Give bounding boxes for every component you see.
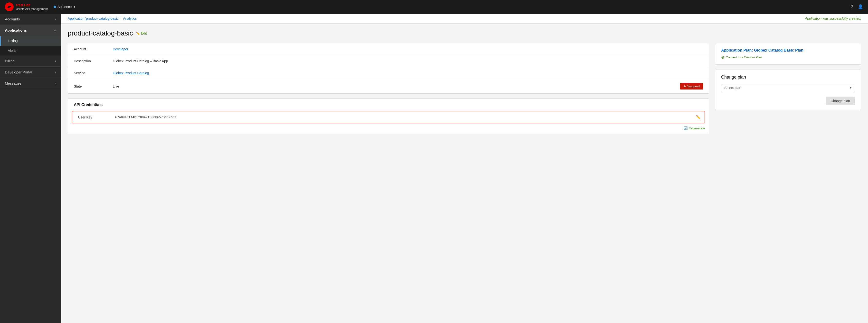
service-value: Globex Product Catalog	[113, 71, 703, 75]
sidebar-item-billing[interactable]: Billing ›	[0, 56, 61, 67]
regenerate-row: 🔄 Regenerate	[68, 126, 709, 134]
success-message: Application was successfully created.	[805, 16, 861, 21]
plan-select[interactable]: Select plan	[721, 84, 855, 92]
side-column: Application Plan: Globex Catalog Basic P…	[715, 43, 861, 134]
account-label: Account	[74, 47, 113, 51]
top-navigation: Red Hat 3scale API Management Audience ▼…	[0, 0, 868, 13]
service-row: Service Globex Product Catalog	[68, 67, 709, 79]
chevron-down-icon: ▼	[73, 6, 75, 8]
sidebar-item-accounts[interactable]: Accounts ›	[0, 13, 61, 25]
chevron-right-icon: ›	[55, 71, 56, 74]
description-value: Globex Product Catalog – Basic App	[113, 59, 703, 63]
user-key-value: 67a09a6ff4b1f8047f080b6573d69b02	[115, 115, 694, 119]
chevron-right-icon: ›	[55, 82, 56, 85]
chevron-down-icon: ⌄	[54, 29, 56, 32]
api-credentials-card: API Credentials User Key 67a09a6ff4b1f80…	[68, 99, 709, 134]
plus-circle-icon: ⊕	[721, 55, 724, 60]
account-link[interactable]: Developer	[113, 47, 128, 51]
breadcrumb-separator: |	[121, 16, 122, 21]
sidebar-item-messages[interactable]: Messages ›	[0, 78, 61, 89]
user-menu-button[interactable]: 👤	[858, 4, 863, 9]
help-button[interactable]: ?	[850, 4, 853, 9]
page-title: product-catalog-basic	[68, 29, 133, 37]
breadcrumb: Application 'product-catalog-basic' | An…	[68, 16, 136, 21]
regenerate-link[interactable]: 🔄 Regenerate	[683, 126, 705, 130]
suspend-icon: ⊘	[683, 85, 686, 88]
breadcrumb-analytics-link[interactable]: Analytics	[123, 16, 136, 21]
convert-to-custom-plan-link[interactable]: ⊕ Convert to a Custom Plan	[721, 55, 855, 60]
account-value: Developer	[113, 47, 703, 51]
service-link[interactable]: Globex Product Catalog	[113, 71, 149, 75]
brand-text: Red Hat 3scale API Management	[16, 3, 48, 11]
sidebar-applications-submenu: Listing Alerts	[0, 36, 61, 56]
sidebar: Accounts › Applications ⌄ Listing Alerts…	[0, 13, 61, 323]
sidebar-item-listing[interactable]: Listing	[0, 36, 61, 46]
state-row: State Live ⊘ Suspend	[68, 79, 709, 94]
redhat-logo-icon	[5, 2, 13, 11]
user-key-label: User Key	[76, 115, 115, 119]
suspend-button[interactable]: ⊘ Suspend	[680, 83, 703, 89]
application-plan-card: Application Plan: Globex Catalog Basic P…	[715, 43, 861, 65]
sidebar-item-developer-portal[interactable]: Developer Portal ›	[0, 67, 61, 78]
details-card: Account Developer Description Globex Pro…	[68, 43, 709, 94]
breadcrumb-app-link[interactable]: Application 'product-catalog-basic'	[68, 16, 119, 21]
page-content-area: product-catalog-basic ✏️ Edit Account	[61, 24, 868, 323]
credentials-card-header: API Credentials	[68, 99, 709, 111]
sidebar-item-alerts[interactable]: Alerts	[0, 46, 61, 56]
sidebar-item-applications[interactable]: Applications ⌄	[0, 25, 61, 36]
service-label: Service	[74, 71, 113, 75]
user-key-row: User Key 67a09a6ff4b1f8047f080b6573d69b0…	[72, 111, 705, 123]
change-plan-title: Change plan	[721, 75, 855, 80]
pencil-icon: ✏️	[136, 31, 140, 35]
change-plan-card: Change plan Select plan ▼ Change plan	[715, 70, 861, 110]
audience-selector-button[interactable]: Audience ▼	[54, 5, 75, 9]
account-row: Account Developer	[68, 43, 709, 55]
page-title-row: product-catalog-basic ✏️ Edit	[68, 29, 861, 37]
plan-select-wrapper: Select plan ▼	[721, 84, 855, 92]
main-column: Account Developer Description Globex Pro…	[68, 43, 709, 134]
state-actions: ⊘ Suspend	[680, 83, 703, 89]
chevron-right-icon: ›	[55, 17, 56, 21]
brand-logo-area: Red Hat 3scale API Management	[5, 2, 48, 11]
details-table: Account Developer Description Globex Pro…	[68, 43, 709, 94]
user-key-edit-icon[interactable]: ✏️	[696, 115, 701, 119]
two-column-layout: Account Developer Description Globex Pro…	[68, 43, 861, 134]
state-label: State	[74, 84, 113, 88]
description-row: Description Globex Product Catalog – Bas…	[68, 55, 709, 67]
description-label: Description	[74, 59, 113, 63]
breadcrumb-bar: Application 'product-catalog-basic' | An…	[61, 13, 868, 24]
state-value: Live	[113, 84, 680, 88]
main-content: Application 'product-catalog-basic' | An…	[61, 13, 868, 323]
change-plan-button[interactable]: Change plan	[826, 97, 855, 105]
edit-link[interactable]: ✏️ Edit	[136, 31, 147, 35]
regenerate-icon: 🔄	[683, 126, 687, 130]
plan-title: Application Plan: Globex Catalog Basic P…	[721, 48, 855, 52]
chevron-right-icon: ›	[55, 59, 56, 63]
audience-dot-icon	[54, 6, 56, 8]
